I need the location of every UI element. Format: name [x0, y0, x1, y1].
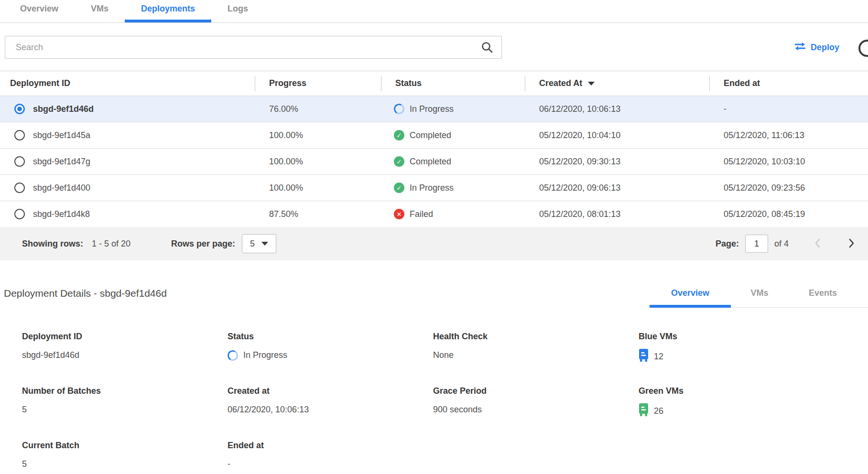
rows-per-page-select[interactable]: 5 [242, 234, 276, 253]
status-cell: Failed [410, 209, 433, 219]
search-icon [481, 41, 493, 55]
search-input[interactable] [5, 36, 502, 59]
deployment-details-header: Deployment Details - sbgd-9ef1d46d Overv… [0, 282, 868, 308]
swap-arrows-icon [794, 42, 806, 54]
deploy-button-label: Deploy [811, 43, 839, 53]
deploy-button[interactable]: Deploy [794, 42, 839, 54]
completed-check-icon: ✓ [394, 156, 404, 167]
ended-at-cell: 05/12/2020, 10:03:10 [709, 157, 868, 167]
chevron-down-icon [261, 242, 268, 246]
ended-at-cell: 05/12/2020, 11:06:13 [709, 130, 868, 140]
completed-check-icon: ✓ [394, 183, 404, 193]
tab-logs[interactable]: Logs [211, 0, 264, 22]
column-header-deployment-id[interactable]: Deployment ID [0, 71, 255, 96]
table-row[interactable]: sbgd-9ef1d400 100.00% ✓ In Progress 05/1… [0, 174, 868, 201]
row-radio[interactable] [14, 156, 25, 167]
deployment-id-cell: sbgd-9ef1d4k8 [33, 209, 90, 219]
showing-rows-value: 1 - 5 of 20 [92, 239, 130, 249]
details-tab-bar: Overview VMs Events [650, 282, 868, 308]
in-progress-spinner-icon [227, 349, 239, 362]
status-cell: Completed [410, 130, 451, 140]
green-server-icon [639, 403, 649, 419]
page-number-input[interactable] [745, 235, 768, 253]
row-radio-selected[interactable] [14, 104, 25, 114]
table-header-row: Deployment ID Progress Status Created At… [0, 71, 868, 96]
status-cell: In Progress [410, 104, 454, 114]
status-cell: In Progress [410, 183, 454, 193]
deployments-page: Overview VMs Deployments Logs [0, 0, 868, 474]
progress-cell: 87.50% [255, 209, 381, 219]
deployment-details-title: Deployment Details - sbgd-9ef1d46d [0, 288, 167, 308]
rows-per-page-label: Rows per page: [171, 239, 235, 249]
column-header-ended-at[interactable]: Ended at [709, 71, 868, 96]
column-header-progress[interactable]: Progress [255, 71, 381, 96]
page-total: of 4 [774, 239, 789, 249]
table-row[interactable]: sbgd-9ef1d45a 100.00% ✓ Completed 05/12/… [0, 122, 868, 148]
details-tab-events[interactable]: Events [788, 282, 857, 308]
row-radio[interactable] [14, 209, 25, 219]
main-tab-bar: Overview VMs Deployments Logs [0, 0, 868, 23]
chevron-right-icon [847, 237, 856, 250]
search-box [5, 36, 502, 59]
in-progress-spinner-icon [393, 103, 406, 116]
field-status: Status In Progress [228, 332, 433, 364]
field-number-of-batches: Number of Batches 5 [22, 386, 228, 419]
created-at-cell: 05/12/2020, 10:04:10 [525, 130, 709, 140]
chevron-left-icon [814, 237, 822, 250]
tab-overview[interactable]: Overview [4, 0, 75, 22]
table-row[interactable]: sbgd-9ef1d47g 100.00% ✓ Completed 05/12/… [0, 148, 868, 174]
field-blue-vms: Blue VMs 12 [639, 332, 868, 364]
details-tab-vms[interactable]: VMs [731, 282, 788, 308]
column-header-status[interactable]: Status [381, 71, 525, 96]
progress-cell: 100.00% [255, 157, 381, 167]
showing-rows-label: Showing rows: [22, 239, 83, 249]
created-at-cell: 05/12/2020, 08:01:13 [525, 209, 709, 219]
details-tab-overview[interactable]: Overview [650, 282, 731, 308]
rows-per-page-value: 5 [250, 239, 255, 249]
completed-check-icon: ✓ [394, 130, 404, 140]
failed-x-icon: ✕ [394, 209, 404, 219]
table-row[interactable]: sbgd-9ef1d4k8 87.50% ✕ Failed 05/12/2020… [0, 201, 868, 227]
table-body: sbgd-9ef1d46d 76.00% In Progress 06/12/2… [0, 96, 868, 227]
field-deployment-id: Deployment ID sbgd-9ef1d46d [22, 332, 228, 364]
deployments-table: Deployment ID Progress Status Created At… [0, 71, 868, 260]
deployment-id-cell: sbgd-9ef1d45a [33, 130, 90, 140]
progress-cell: 100.00% [255, 130, 381, 140]
field-grace-period: Grace Period 900 seconds [433, 386, 639, 419]
toolbar: Deploy [0, 36, 868, 59]
row-radio[interactable] [14, 183, 25, 193]
created-at-cell: 06/12/2020, 10:06:13 [525, 104, 709, 114]
created-at-cell: 05/12/2020, 09:30:13 [525, 157, 709, 167]
deployment-id-cell: sbgd-9ef1d400 [33, 183, 90, 193]
field-health-check: Health Check None [433, 332, 639, 364]
ended-at-cell: - [709, 104, 868, 114]
field-current-batch: Current Batch 5 [22, 441, 228, 471]
progress-cell: 100.00% [255, 183, 381, 193]
row-radio[interactable] [14, 130, 25, 140]
blue-server-icon [639, 349, 649, 364]
ended-at-cell: 05/12/2020, 09:23:56 [709, 183, 868, 193]
field-created-at: Created at 06/12/2020, 10:06:13 [228, 386, 433, 419]
sort-descending-icon [588, 82, 595, 86]
table-row[interactable]: sbgd-9ef1d46d 76.00% In Progress 06/12/2… [0, 96, 868, 122]
deployment-details-grid: Deployment ID sbgd-9ef1d46d Status In Pr… [0, 332, 868, 471]
field-ended-at: Ended at - [228, 441, 433, 471]
ended-at-cell: 05/12/2020, 08:45:19 [709, 209, 868, 219]
tab-vms[interactable]: VMs [75, 0, 125, 22]
progress-cell: 76.00% [255, 104, 381, 114]
next-page-button[interactable] [847, 237, 856, 250]
previous-page-button[interactable] [814, 237, 822, 250]
deployment-id-cell: sbgd-9ef1d47g [33, 157, 90, 167]
tab-deployments[interactable]: Deployments [125, 0, 211, 22]
page-label: Page: [716, 239, 739, 249]
pagination-bar: Showing rows: 1 - 5 of 20 Rows per page:… [0, 227, 868, 260]
status-cell: Completed [410, 157, 451, 167]
field-green-vms: Green VMs 26 [639, 386, 868, 419]
column-header-created-at[interactable]: Created At [525, 71, 709, 96]
created-at-cell: 05/12/2020, 09:06:13 [525, 183, 709, 193]
deployment-id-cell: sbgd-9ef1d46d [33, 104, 94, 114]
page-controls: Page: of 4 [716, 235, 856, 253]
